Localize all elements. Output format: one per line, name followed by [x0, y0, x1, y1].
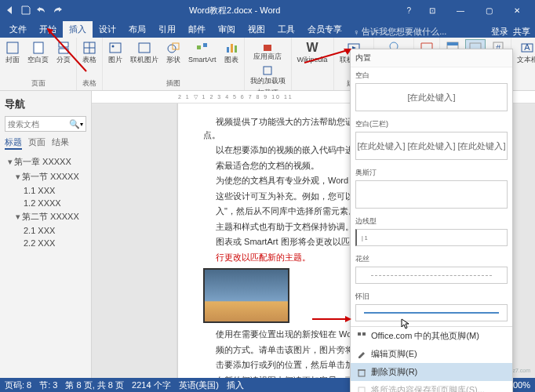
footer-austin[interactable]	[355, 180, 508, 209]
share-button[interactable]: 共享	[513, 26, 530, 38]
tab-member[interactable]: 会员专享	[301, 21, 348, 38]
svg-rect-3	[59, 49, 68, 53]
nav-search-input[interactable]	[8, 120, 69, 129]
wikipedia-button[interactable]: WWikipedia	[295, 39, 330, 66]
svg-rect-14	[227, 47, 229, 53]
tree-node[interactable]: ▾第一章 XXXXX	[5, 154, 86, 169]
status-words[interactable]: 2214 个字	[132, 379, 171, 391]
my-addins-button[interactable]: 我的加载项	[248, 64, 288, 87]
ribbon-toggle-icon[interactable]: ⊡	[419, 2, 446, 18]
store-button[interactable]: 应用商店	[251, 39, 284, 63]
svg-rect-40	[358, 370, 365, 376]
svg-rect-39	[362, 332, 366, 336]
grid-icon	[357, 332, 366, 341]
tab-design[interactable]: 设计	[93, 21, 122, 38]
window-title: Word教程2.docx - Word	[63, 5, 406, 16]
status-page[interactable]: 页码: 8	[5, 379, 31, 391]
group-illustrations-label: 插图	[166, 78, 180, 89]
more-footers-office[interactable]: Office.com 中的其他页脚(M)	[351, 327, 512, 345]
group-tables-label: 表格	[82, 78, 96, 89]
edit-icon	[357, 350, 366, 359]
group-pages-label: 页面	[31, 78, 45, 89]
footer-dropdown: 内置 空白 [在此处键入] 空白(三栏) [在此处键入][在此处键入][在此处键…	[350, 49, 513, 392]
tree-node[interactable]: ▾第二节 XXXXX	[5, 209, 86, 224]
svg-rect-0	[7, 42, 18, 53]
status-pages[interactable]: 第 8 页, 共 8 页	[65, 379, 124, 391]
tell-me-search[interactable]: ♀告诉我您想要做什么...	[353, 26, 446, 38]
tree-node[interactable]: 2.1 XXX	[5, 224, 86, 237]
tab-layout[interactable]: 布局	[122, 21, 152, 38]
shapes-button[interactable]: 形状	[164, 39, 183, 66]
footer-blank-3col[interactable]: [在此处键入][在此处键入][在此处键入]	[355, 132, 508, 160]
footer-retro[interactable]	[355, 304, 508, 321]
back-icon[interactable]	[5, 5, 16, 16]
cover-page-button[interactable]: 封面	[3, 39, 22, 66]
status-section[interactable]: 节: 3	[39, 379, 57, 391]
tab-review[interactable]: 审阅	[212, 21, 242, 38]
tab-file[interactable]: 文件	[3, 21, 33, 38]
save-icon[interactable]	[20, 5, 31, 16]
svg-point-8	[112, 45, 115, 48]
tree-node[interactable]: ▾第一节 XXXXX	[5, 169, 86, 184]
status-language[interactable]: 英语(美国)	[179, 379, 219, 391]
document-image[interactable]	[203, 268, 289, 323]
ribbon-tabs: 文件 开始 插入 设计 布局 引用 邮件 审阅 视图 工具 会员专享 ♀告诉我您…	[0, 20, 535, 38]
maximize-button[interactable]: ▢	[475, 2, 502, 18]
tab-home[interactable]: 开始	[33, 21, 63, 38]
tree-node[interactable]: 1.2 XXXX	[5, 197, 86, 209]
tab-references[interactable]: 引用	[152, 21, 182, 38]
svg-rect-16	[235, 45, 237, 53]
nav-search[interactable]: 🔍▾	[5, 116, 86, 132]
tree-node[interactable]: 1.1 XXX	[5, 184, 86, 197]
svg-rect-1	[34, 42, 43, 53]
tab-view[interactable]: 视图	[242, 21, 271, 38]
svg-text:A: A	[524, 42, 530, 52]
close-button[interactable]: ✕	[504, 2, 530, 18]
footer-sideline[interactable]: | 1	[355, 229, 508, 246]
mouse-cursor-icon	[401, 318, 412, 329]
dropdown-icon[interactable]: ▾	[80, 121, 83, 128]
navigation-pane: 导航 🔍▾ 标题 页面 结果 ▾第一章 XXXXX ▾第一节 XXXXX 1.1…	[0, 91, 92, 378]
table-button[interactable]: 表格	[80, 39, 99, 66]
nav-tab-pages[interactable]: 页面	[28, 136, 45, 150]
dropdown-header: 内置	[351, 49, 512, 67]
svg-rect-38	[358, 332, 361, 336]
undo-icon[interactable]	[36, 5, 47, 16]
online-pictures-button[interactable]: 联机图片	[128, 39, 161, 66]
svg-rect-18	[264, 67, 271, 74]
blank-page-button[interactable]: 空白页	[25, 39, 51, 66]
tab-tools[interactable]: 工具	[271, 21, 301, 38]
textbox-button[interactable]: A文本框	[515, 39, 535, 66]
svg-rect-12	[197, 45, 201, 49]
help-icon[interactable]: ?	[406, 6, 411, 15]
svg-rect-17	[264, 45, 271, 51]
svg-rect-15	[231, 44, 233, 53]
redo-icon[interactable]	[52, 5, 63, 16]
smartart-button[interactable]: SmartArt	[186, 39, 219, 66]
svg-rect-9	[139, 43, 150, 53]
tab-mailings[interactable]: 邮件	[182, 21, 212, 38]
minimize-button[interactable]: —	[447, 2, 474, 18]
edit-footer[interactable]: 编辑页脚(E)	[351, 345, 512, 363]
svg-rect-22	[447, 42, 458, 45]
save-icon	[357, 386, 366, 393]
nav-tree: ▾第一章 XXXXX ▾第一节 XXXXX 1.1 XXX 1.2 XXXX ▾…	[5, 154, 86, 249]
tree-node[interactable]: 2.2 XXX	[5, 237, 86, 249]
footer-filigree[interactable]	[355, 267, 508, 284]
nav-tab-headings[interactable]: 标题	[5, 136, 22, 150]
sign-in[interactable]: 登录	[491, 26, 508, 38]
nav-tab-results[interactable]: 结果	[52, 136, 69, 150]
remove-footer[interactable]: 删除页脚(R)	[351, 363, 512, 381]
chart-button[interactable]: 图表	[222, 39, 241, 66]
footer-blank[interactable]: [在此处键入]	[355, 83, 508, 111]
status-insert[interactable]: 插入	[227, 379, 244, 391]
save-to-gallery: 将所选内容保存到页脚库(S)...	[351, 381, 512, 392]
svg-rect-7	[110, 43, 121, 53]
tab-insert[interactable]: 插入	[63, 21, 93, 38]
page-break-button[interactable]: 分页	[54, 39, 73, 66]
svg-rect-42	[358, 387, 365, 393]
svg-point-10	[168, 45, 176, 53]
pictures-button[interactable]: 图片	[106, 39, 125, 66]
svg-rect-2	[59, 42, 68, 47]
search-icon[interactable]: 🔍	[69, 119, 80, 129]
